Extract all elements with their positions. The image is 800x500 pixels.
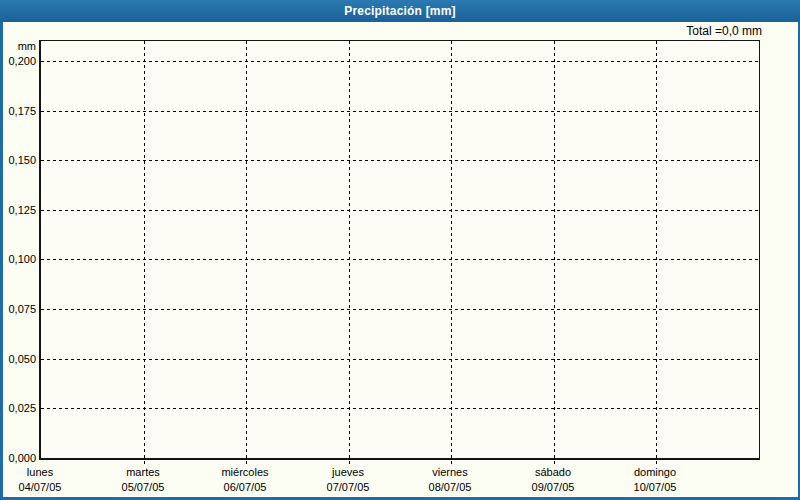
x-day-label: jueves07/07/05 <box>293 465 403 495</box>
chart-title: Precipitación [mm] <box>344 4 456 18</box>
x-day-date: 08/07/05 <box>395 480 505 495</box>
x-gridline <box>554 41 555 465</box>
x-day-name: viernes <box>395 465 505 480</box>
y-gridline <box>41 61 759 62</box>
y-gridline <box>41 359 759 360</box>
y-gridline <box>41 111 759 112</box>
y-gridline <box>41 210 759 211</box>
y-tick-label: 0,100 <box>3 252 36 266</box>
y-gridline <box>41 160 759 161</box>
plot-area <box>39 40 760 460</box>
x-day-label: viernes08/07/05 <box>395 465 505 495</box>
x-gridline <box>451 41 452 465</box>
x-day-date: 05/07/05 <box>88 480 198 495</box>
x-day-date: 06/07/05 <box>190 480 300 495</box>
plot-grid <box>41 41 759 458</box>
x-day-name: miércoles <box>190 465 300 480</box>
y-gridline <box>41 408 759 409</box>
x-day-date: 10/07/05 <box>600 480 710 495</box>
x-day-date: 07/07/05 <box>293 480 403 495</box>
y-axis-unit-label: mm <box>3 40 36 52</box>
x-gridline <box>144 41 145 465</box>
y-tick-label: 0,150 <box>3 153 36 167</box>
x-day-name: domingo <box>600 465 710 480</box>
x-day-label: lunes04/07/05 <box>0 465 95 495</box>
x-day-label: miércoles06/07/05 <box>190 465 300 495</box>
x-gridline <box>246 41 247 465</box>
chart-window: Precipitación [mm] Total =0,0 mm mm 0,20… <box>0 0 800 500</box>
y-tick-label: 0,075 <box>3 302 36 316</box>
x-day-date: 04/07/05 <box>0 480 95 495</box>
total-label: Total =0,0 mm <box>686 24 762 38</box>
x-day-name: jueves <box>293 465 403 480</box>
x-gridline <box>656 41 657 465</box>
y-tick-label: 0,175 <box>3 104 36 118</box>
chart-panel: Total =0,0 mm mm 0,2000,1750,1500,1250,1… <box>3 22 798 497</box>
y-tick-label: 0,050 <box>3 352 36 366</box>
x-day-name: lunes <box>0 465 95 480</box>
y-tick-label: 0,000 <box>3 451 36 465</box>
x-day-name: sábado <box>498 465 608 480</box>
x-day-label: sábado09/07/05 <box>498 465 608 495</box>
x-gridline <box>349 41 350 465</box>
y-tick-label: 0,200 <box>3 54 36 68</box>
x-day-date: 09/07/05 <box>498 480 608 495</box>
x-day-label: domingo10/07/05 <box>600 465 710 495</box>
y-gridline <box>41 259 759 260</box>
x-day-label: martes05/07/05 <box>88 465 198 495</box>
chart-title-bar: Precipitación [mm] <box>0 0 800 22</box>
x-day-name: martes <box>88 465 198 480</box>
y-gridline <box>41 309 759 310</box>
y-tick-label: 0,025 <box>3 401 36 415</box>
y-tick-label: 0,125 <box>3 203 36 217</box>
